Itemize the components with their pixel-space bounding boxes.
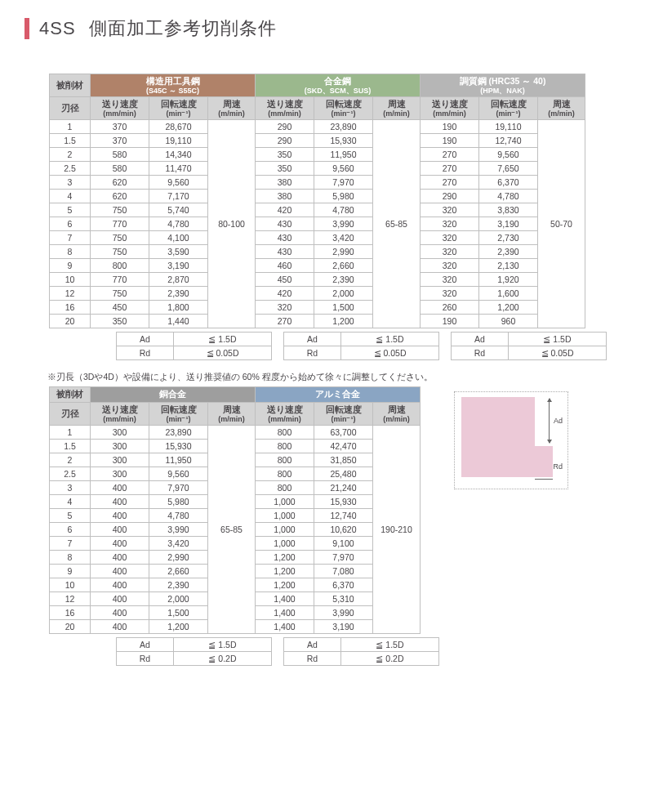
cell: 320 — [421, 259, 479, 273]
rd-value: ≦ 0.2D — [174, 652, 272, 666]
cell: 400 — [91, 537, 149, 551]
cell: 2,000 — [314, 287, 373, 301]
cell: 3,420 — [149, 537, 208, 551]
rd-label: Rd — [117, 652, 174, 666]
title-accent-bar — [24, 18, 29, 39]
cell: 7,970 — [314, 551, 373, 565]
cell: 4,780 — [149, 217, 208, 231]
table-row: 1.537019,11029015,93019012,740 — [50, 134, 585, 148]
cell: 16 — [50, 301, 91, 315]
cell: 770 — [91, 217, 149, 231]
cell: 2,390 — [149, 287, 208, 301]
hdr-vs: 周速(m/min) — [373, 97, 421, 120]
cell: 290 — [256, 134, 314, 148]
cell: 750 — [91, 203, 149, 217]
material-3-sub: (HPM、NAK) — [424, 87, 581, 95]
cell: 1,000 — [256, 537, 314, 551]
cell: 800 — [256, 481, 314, 495]
ad-label: Ad — [117, 333, 174, 346]
rd-value: ≦ 0.05D — [174, 346, 272, 360]
cell: 1,000 — [256, 509, 314, 523]
cell: 800 — [256, 426, 314, 440]
cell: 380 — [256, 190, 314, 203]
material-3-name: 調質鋼 (HRC35 ～ 40) — [424, 76, 581, 87]
page-title-row: 4SS 側面加工参考切削条件 — [24, 16, 648, 41]
cell: 370 — [91, 134, 149, 148]
cell: 190 — [421, 315, 479, 328]
cell: 25,480 — [314, 467, 373, 481]
cell: 6 — [50, 523, 91, 537]
cell: 3,990 — [314, 606, 373, 620]
cell: 9,560 — [479, 148, 538, 162]
cell: 21,240 — [314, 481, 373, 495]
cell: 320 — [421, 245, 479, 259]
cell: 300 — [91, 453, 149, 467]
cell: 19,110 — [479, 120, 538, 134]
cell: 400 — [91, 495, 149, 509]
ad-rd-group-1: Ad≦ 1.5D Rd≦ 0.05D Ad≦ 1.5D Rd≦ 0.05D Ad… — [116, 332, 648, 360]
cell: 1.5 — [50, 440, 91, 453]
table-row: 258014,34035011,9502709,560 — [50, 148, 585, 162]
table-row: 203501,4402701,200190960 — [50, 315, 585, 328]
cell: 2,000 — [149, 592, 208, 606]
cell: 620 — [91, 176, 149, 190]
cell: 800 — [256, 440, 314, 453]
cell: 9,560 — [149, 467, 208, 481]
cell: 15,930 — [149, 440, 208, 453]
rd-label: Rd — [284, 346, 341, 360]
cell: 3,190 — [314, 620, 373, 634]
cell: 300 — [91, 440, 149, 453]
cell: 9 — [50, 565, 91, 578]
cell: 1,400 — [256, 620, 314, 634]
cell: 63,700 — [314, 426, 373, 440]
table-row: 57505,7404204,7803203,830 — [50, 203, 585, 217]
cell: 420 — [256, 287, 314, 301]
cell: 580 — [91, 148, 149, 162]
cell: 1,200 — [314, 315, 373, 328]
table-row: 107702,8704502,3903201,920 — [50, 273, 585, 287]
cell: 10 — [50, 578, 91, 592]
cell: 2 — [50, 148, 91, 162]
cell: 400 — [91, 606, 149, 620]
cell: 2,990 — [314, 245, 373, 259]
cell: 6,370 — [479, 176, 538, 190]
cell: 1 — [50, 120, 91, 134]
table-row: 164501,8003201,5002601,200 — [50, 301, 585, 315]
cell: 6 — [50, 217, 91, 231]
cell: 31,850 — [314, 453, 373, 467]
cell: 350 — [256, 162, 314, 176]
table-row: 87503,5904302,9903202,390 — [50, 245, 585, 259]
cell: 770 — [91, 273, 149, 287]
cell: 320 — [421, 217, 479, 231]
material-1-sub: (S45C ～ S55C) — [94, 87, 251, 95]
cell: 4,780 — [314, 203, 373, 217]
cell: 320 — [421, 231, 479, 245]
cell: 2 — [50, 453, 91, 467]
ad-label: Ad — [117, 638, 174, 652]
hdr-material-3: 調質鋼 (HRC35 ～ 40) (HPM、NAK) — [421, 74, 585, 97]
cell: 620 — [91, 190, 149, 203]
ad-rd-table: Ad≦ 1.5D Rd≦ 0.2D — [116, 637, 272, 666]
cell: 750 — [91, 245, 149, 259]
cell: 3 — [50, 481, 91, 495]
hdr-material-5: アルミ合金 — [256, 387, 421, 403]
cell: 400 — [91, 481, 149, 495]
hdr-rpm: 回転速度(min⁻¹) — [149, 403, 208, 426]
cell: 23,890 — [314, 120, 373, 134]
cell: 400 — [91, 551, 149, 565]
cell: 370 — [91, 120, 149, 134]
hdr-feed: 送り速度(mm/min) — [421, 97, 479, 120]
cell: 5,980 — [314, 190, 373, 203]
cell: 1,400 — [256, 592, 314, 606]
material-1-name: 構造用工具鋼 — [94, 76, 251, 87]
cell: 10,620 — [314, 523, 373, 537]
cell: 430 — [256, 217, 314, 231]
cell: 450 — [256, 273, 314, 287]
cell: 190-210 — [373, 426, 421, 634]
diagram-workpiece — [461, 397, 535, 477]
cell: 9,560 — [314, 162, 373, 176]
cell: 80-100 — [208, 120, 256, 328]
cell: 7,970 — [314, 176, 373, 190]
material-2-sub: (SKD、SCM、SUS) — [259, 87, 416, 95]
cell: 380 — [256, 176, 314, 190]
